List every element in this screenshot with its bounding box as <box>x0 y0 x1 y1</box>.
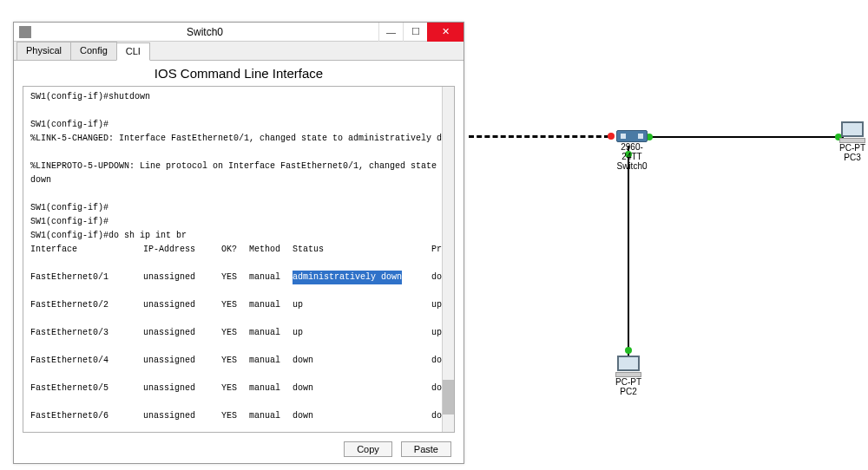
window-title: Switch0 <box>31 26 378 38</box>
tab-cli[interactable]: CLI <box>116 42 150 61</box>
interface-header: InterfaceIP-AddressOK?MethodStatusProtoc… <box>30 243 435 257</box>
pc-icon <box>617 356 640 371</box>
button-bar: Copy Paste <box>14 436 464 457</box>
tab-strip: Physical Config CLI <box>14 42 464 61</box>
tab-config[interactable]: Config <box>70 42 117 60</box>
console-line: %LINK-5-CHANGED: Interface FastEthernet0… <box>30 132 435 146</box>
topology-canvas[interactable]: 2960-24TT Switch0 PC-PT PC3 PC-PT PC2 <box>486 0 868 470</box>
console-line <box>30 284 435 298</box>
minimize-button[interactable]: — <box>378 23 403 42</box>
paste-button[interactable]: Paste <box>401 441 451 457</box>
maximize-button[interactable]: ☐ <box>403 23 427 42</box>
console-line: SW1(config-if)# <box>30 201 435 215</box>
console-line: SW1(config-if)#shutdown <box>30 90 435 104</box>
device-pc3[interactable]: PC-PT PC3 <box>838 121 867 162</box>
console-line <box>30 146 435 160</box>
interface-row: FastEthernet0/4unassignedYESmanualdowndo… <box>30 354 435 368</box>
app-icon <box>19 26 31 38</box>
console-line <box>30 187 435 201</box>
device-type: PC-PT <box>838 143 867 153</box>
link-status-green <box>625 347 632 354</box>
interface-row: FastEthernet0/2unassignedYESmanualupup <box>30 298 435 312</box>
console-line <box>30 423 435 432</box>
console-line <box>30 104 435 118</box>
console-line: SW1(config-if)# <box>30 215 435 229</box>
tab-physical[interactable]: Physical <box>16 42 71 60</box>
cli-terminal[interactable]: SW1(config-if)#shutdown SW1(config-if)#%… <box>23 86 455 433</box>
device-switch0[interactable]: 2960-24TT Switch0 <box>612 130 652 171</box>
close-button[interactable]: ✕ <box>427 23 464 42</box>
device-label: PC2 <box>614 387 643 396</box>
console-line <box>30 257 435 271</box>
copy-button[interactable]: Copy <box>344 441 392 457</box>
console-line <box>30 395 435 409</box>
interface-row: FastEthernet0/3unassignedYESmanualupup <box>30 326 435 340</box>
device-label: PC3 <box>838 153 867 162</box>
link-switch-pc2 <box>628 146 629 358</box>
cli-heading: IOS Command Line Interface <box>14 61 464 82</box>
device-model: 2960-24TT <box>612 142 652 161</box>
device-label: Switch0 <box>612 161 652 171</box>
switch-icon <box>616 130 648 142</box>
titlebar[interactable]: Switch0 — ☐ ✕ <box>14 23 464 42</box>
interface-row: FastEthernet0/1unassignedYESmanualadmini… <box>30 271 435 284</box>
interface-row: FastEthernet0/5unassignedYESmanualdowndo… <box>30 382 435 395</box>
link-dashed <box>469 135 609 138</box>
interface-row: FastEthernet0/6unassignedYESmanualdowndo… <box>30 409 435 423</box>
link-switch-pc3 <box>644 136 844 138</box>
scrollbar-thumb[interactable] <box>443 380 454 415</box>
device-pc2[interactable]: PC-PT PC2 <box>614 356 643 396</box>
switch-window: Switch0 — ☐ ✕ Physical Config CLI IOS Co… <box>13 22 464 464</box>
console-line: SW1(config-if)# <box>30 118 435 132</box>
console-line <box>30 312 435 326</box>
console-line <box>30 340 435 354</box>
pc-icon <box>841 121 864 137</box>
console-line <box>30 368 435 382</box>
terminal-scrollbar[interactable] <box>442 87 454 432</box>
console-line: %LINEPROTO-5-UPDOWN: Line protocol on In… <box>30 160 435 173</box>
device-type: PC-PT <box>614 377 643 387</box>
console-line: down <box>30 173 435 187</box>
console-line: SW1(config-if)#do sh ip int br <box>30 229 435 243</box>
